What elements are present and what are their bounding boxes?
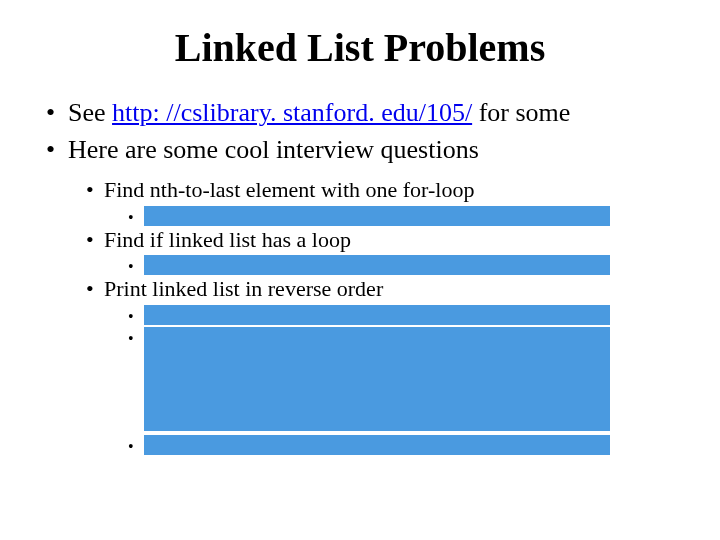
cslibrary-link[interactable]: http: //cslibrary. stanford. edu/105/ — [112, 98, 472, 127]
sub-c: Print linked list in reverse order — [82, 275, 680, 455]
redaction-box — [144, 206, 610, 226]
questions-text: Here are some cool interview questions — [68, 135, 479, 164]
redaction-box — [144, 305, 610, 325]
sub-b-children — [126, 255, 680, 275]
bullet-list-level2: Find nth-to-last element with one for-lo… — [82, 176, 680, 455]
sub-b-text: Find if linked list has a loop — [104, 227, 351, 252]
sub-c-text: Print linked list in reverse order — [104, 276, 383, 301]
redaction-box — [144, 435, 610, 455]
sub-b-hidden-1 — [126, 255, 680, 275]
bullet-list-level1: See http: //cslibrary. stanford. edu/105… — [40, 97, 680, 455]
slide: Linked List Problems See http: //cslibra… — [0, 0, 720, 540]
sub-c-hidden-1 — [126, 305, 680, 325]
bullet-questions: Here are some cool interview questions F… — [40, 134, 680, 455]
sub-c-hidden-2 — [126, 327, 680, 431]
slide-title: Linked List Problems — [40, 24, 680, 71]
see-prefix: See — [68, 98, 112, 127]
sub-b: Find if linked list has a loop — [82, 226, 680, 276]
sub-c-hidden-3 — [126, 435, 680, 455]
redaction-box — [144, 255, 610, 275]
see-suffix: for some — [472, 98, 570, 127]
sub-a-children — [126, 206, 680, 226]
bullet-see: See http: //cslibrary. stanford. edu/105… — [40, 97, 680, 130]
sub-a-hidden-1 — [126, 206, 680, 226]
sub-c-children — [126, 305, 680, 455]
sub-a-text: Find nth-to-last element with one for-lo… — [104, 177, 474, 202]
redaction-box — [144, 327, 610, 431]
sub-a: Find nth-to-last element with one for-lo… — [82, 176, 680, 226]
